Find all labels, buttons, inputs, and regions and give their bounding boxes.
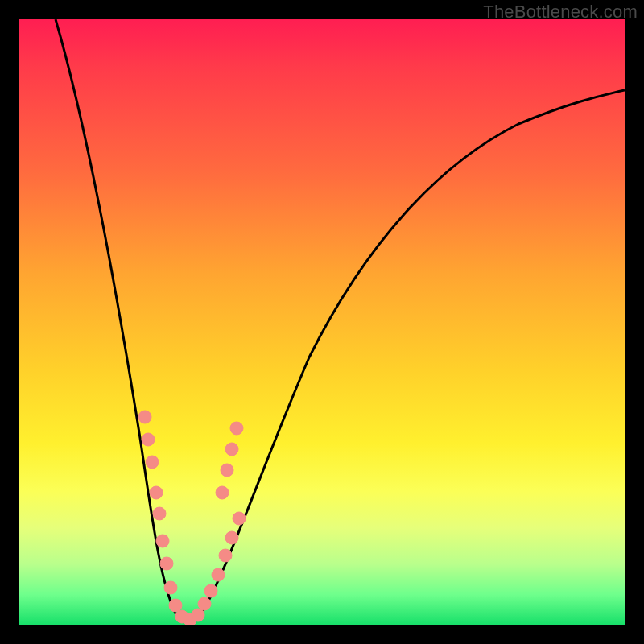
svg-point-0 xyxy=(138,411,151,423)
svg-point-19 xyxy=(221,464,233,477)
chart-frame: TheBottleneck.com xyxy=(0,0,644,644)
svg-point-5 xyxy=(156,535,169,547)
svg-point-21 xyxy=(230,422,243,435)
plot-area xyxy=(19,19,625,625)
svg-point-14 xyxy=(212,568,225,581)
svg-point-20 xyxy=(216,486,229,499)
svg-point-15 xyxy=(219,549,232,562)
svg-point-7 xyxy=(164,581,177,594)
svg-point-6 xyxy=(160,557,173,570)
marker-dots xyxy=(138,411,246,625)
svg-point-13 xyxy=(204,584,217,597)
svg-point-16 xyxy=(225,531,238,544)
svg-point-12 xyxy=(198,597,211,610)
svg-point-2 xyxy=(146,456,159,469)
bottleneck-curve-svg xyxy=(19,19,625,625)
svg-point-11 xyxy=(192,609,204,621)
svg-point-8 xyxy=(169,599,182,612)
svg-point-4 xyxy=(153,507,166,520)
watermark-text: TheBottleneck.com xyxy=(483,2,638,23)
svg-point-1 xyxy=(142,433,155,446)
bottleneck-curve xyxy=(56,19,625,621)
svg-point-18 xyxy=(225,443,238,456)
svg-point-17 xyxy=(233,512,246,525)
svg-point-3 xyxy=(150,486,163,499)
